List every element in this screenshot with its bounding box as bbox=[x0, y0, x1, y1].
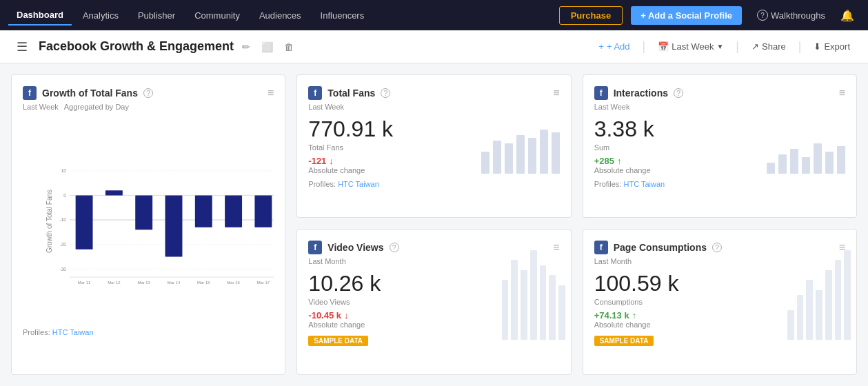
bell-icon[interactable]: 🔔 bbox=[835, 5, 860, 26]
interactions-mini-bars bbox=[767, 119, 845, 174]
growth-profiles-text: Profiles: bbox=[23, 328, 50, 336]
svg-rect-17 bbox=[254, 195, 272, 227]
total-fans-profiles-link[interactable]: HTC Taiwan bbox=[338, 180, 379, 188]
separator-3: | bbox=[798, 39, 802, 54]
nav-item-dashboard[interactable]: Dashboard bbox=[8, 6, 72, 26]
interactions-menu-icon[interactable]: ≡ bbox=[839, 87, 845, 99]
video-views-title: Video Views bbox=[327, 242, 383, 253]
svg-text:-10: -10 bbox=[60, 217, 67, 222]
add-social-profile-button[interactable]: + Add a Social Profile bbox=[631, 6, 742, 25]
export-button[interactable]: ⬇ Export bbox=[807, 39, 857, 54]
svg-text:0: 0 bbox=[63, 193, 66, 198]
edit-title-button[interactable]: ✏ bbox=[239, 40, 253, 54]
hamburger-icon[interactable]: ☰ bbox=[11, 37, 33, 57]
y-axis-label: Growth of Total Fans bbox=[46, 189, 53, 252]
total-fans-menu-icon[interactable]: ≡ bbox=[553, 87, 559, 99]
copy-button[interactable]: ⬜ bbox=[259, 40, 276, 54]
nav-item-audiences[interactable]: Audiences bbox=[251, 6, 310, 25]
svg-text:Mar 13: Mar 13 bbox=[137, 281, 150, 285]
growth-card-title: Growth of Total Fans bbox=[42, 88, 138, 99]
total-fans-card: f Total Fans ? ≡ Last Week 770.91 k Tota… bbox=[296, 74, 571, 218]
total-fans-title: Total Fans bbox=[327, 88, 375, 99]
delete-button[interactable]: 🗑 bbox=[281, 40, 296, 54]
separator-1: | bbox=[643, 39, 646, 54]
svg-rect-15 bbox=[195, 195, 212, 227]
video-views-sample-badge: SAMPLE DATA bbox=[308, 336, 368, 346]
total-fans-period: Last Week bbox=[308, 103, 559, 111]
growth-profiles-link[interactable]: HTC Taiwan bbox=[52, 328, 94, 336]
nav-item-influencers[interactable]: Influencers bbox=[312, 6, 373, 25]
facebook-icon: f bbox=[23, 86, 37, 100]
interactions-profiles: Profiles: HTC Taiwan bbox=[594, 180, 845, 188]
interactions-card: f Interactions ? ≡ Last Week 3.38 k Sum … bbox=[583, 74, 857, 218]
svg-text:-20: -20 bbox=[60, 242, 67, 247]
growth-chart: 10 0 -10 -20 -30 bbox=[53, 116, 274, 323]
nav-item-publisher[interactable]: Publisher bbox=[130, 6, 183, 25]
total-fans-mini-bars bbox=[481, 119, 560, 174]
interactions-arrow-up: ↑ bbox=[617, 156, 622, 166]
page-consumptions-fb-icon: f bbox=[594, 241, 608, 254]
export-icon: ⬇ bbox=[814, 41, 821, 52]
growth-help-icon[interactable]: ? bbox=[143, 88, 153, 98]
svg-text:Mar 14: Mar 14 bbox=[168, 281, 181, 285]
question-circle-icon: ? bbox=[757, 10, 768, 21]
svg-text:Mar 15: Mar 15 bbox=[197, 281, 210, 285]
interactions-period: Last Week bbox=[594, 103, 845, 111]
share-icon: ↗ bbox=[751, 41, 759, 52]
svg-rect-12 bbox=[105, 190, 123, 195]
walkthroughs-button[interactable]: ? Walkthroughs bbox=[750, 6, 832, 25]
svg-text:Mar 12: Mar 12 bbox=[108, 281, 120, 285]
svg-text:-30: -30 bbox=[60, 267, 67, 272]
interactions-help-icon[interactable]: ? bbox=[674, 88, 683, 98]
video-views-arrow-down: ↓ bbox=[344, 310, 349, 321]
page-title: Facebook Growth & Engagement bbox=[39, 39, 234, 54]
growth-of-total-fans-card: f Growth of Total Fans ? ≡ Last Week Agg… bbox=[11, 74, 285, 375]
interactions-title: Interactions bbox=[614, 88, 668, 99]
growth-period: Last Week bbox=[23, 103, 59, 111]
growth-aggregation: Aggregated by Day bbox=[64, 103, 129, 111]
purchase-button[interactable]: Purchase bbox=[559, 6, 623, 25]
total-fans-arrow-down: ↓ bbox=[329, 156, 334, 166]
nav-item-community[interactable]: Community bbox=[186, 6, 248, 25]
interactions-fb-icon: f bbox=[594, 86, 608, 100]
page-consumptions-card: f Page Consumptions ? ≡ Last Month 100.5… bbox=[583, 229, 857, 376]
video-views-help-icon[interactable]: ? bbox=[390, 243, 399, 252]
page-consumptions-mini-bars bbox=[787, 230, 856, 375]
video-views-fb-icon: f bbox=[308, 241, 322, 254]
main-content: f Growth of Total Fans ? ≡ Last Week Agg… bbox=[0, 63, 868, 386]
separator-2: | bbox=[736, 39, 739, 54]
nav-item-analytics[interactable]: Analytics bbox=[74, 6, 127, 25]
page-consumptions-help-icon[interactable]: ? bbox=[712, 243, 722, 252]
growth-menu-icon[interactable]: ≡ bbox=[268, 87, 274, 99]
svg-rect-14 bbox=[165, 195, 183, 256]
total-fans-help-icon[interactable]: ? bbox=[381, 88, 390, 98]
interactions-profiles-link[interactable]: HTC Taiwan bbox=[623, 180, 665, 188]
svg-rect-13 bbox=[135, 195, 152, 230]
toolbar: ☰ Facebook Growth & Engagement ✏ ⬜ 🗑 + +… bbox=[0, 30, 868, 63]
svg-text:Mar 17: Mar 17 bbox=[257, 281, 270, 285]
svg-text:Mar 11: Mar 11 bbox=[78, 281, 90, 285]
video-views-card: f Video Views ? ≡ Last Month 10.26 k Vid… bbox=[296, 229, 571, 376]
share-button[interactable]: ↗ Share bbox=[745, 39, 793, 54]
page-consumptions-title: Page Consumptions bbox=[614, 242, 707, 253]
calendar-icon: 📅 bbox=[658, 41, 669, 52]
add-widget-button[interactable]: + + Add bbox=[592, 39, 636, 54]
svg-rect-16 bbox=[225, 195, 242, 227]
top-nav: Dashboard Analytics Publisher Community … bbox=[0, 0, 868, 30]
svg-rect-11 bbox=[76, 195, 93, 249]
date-range-picker[interactable]: 📅 Last Week ▼ bbox=[651, 39, 730, 54]
total-fans-fb-icon: f bbox=[308, 86, 322, 100]
svg-text:Mar 16: Mar 16 bbox=[227, 281, 240, 285]
chevron-down-icon: ▼ bbox=[716, 43, 723, 50]
video-views-mini-bars bbox=[502, 230, 571, 375]
page-consumptions-arrow-up: ↑ bbox=[632, 310, 637, 321]
total-fans-profiles: Profiles: HTC Taiwan bbox=[308, 180, 559, 188]
plus-icon: + bbox=[598, 41, 604, 52]
page-consumptions-sample-badge: SAMPLE DATA bbox=[594, 336, 654, 346]
svg-text:10: 10 bbox=[61, 168, 67, 173]
